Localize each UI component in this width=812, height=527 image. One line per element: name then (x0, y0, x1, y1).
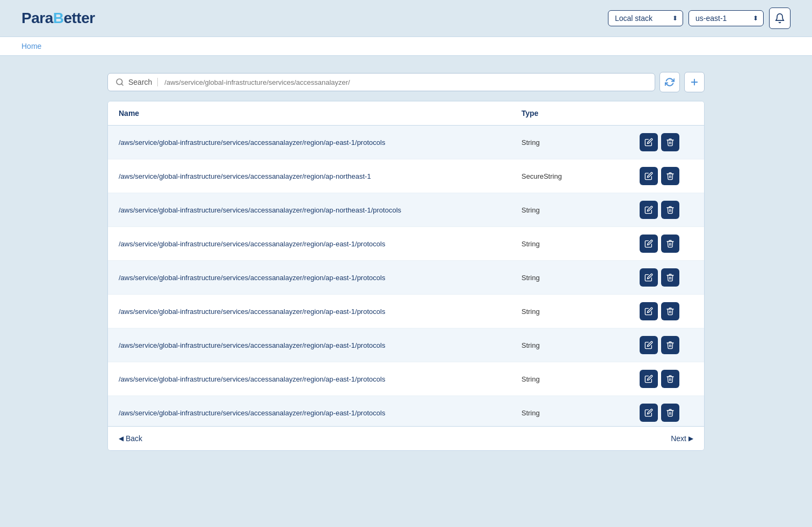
edit-button[interactable] (640, 201, 658, 219)
column-header-name: Name (119, 109, 521, 118)
logo-accent: B (53, 10, 64, 26)
trash-icon (666, 206, 675, 214)
refresh-icon (665, 77, 675, 87)
row-name: /aws/service/global-infrastructure/servi… (119, 138, 521, 147)
row-actions (640, 370, 693, 388)
edit-icon (644, 138, 653, 147)
row-name: /aws/service/global-infrastructure/servi… (119, 206, 521, 214)
column-header-actions (640, 109, 693, 118)
table-row: /aws/service/global-infrastructure/servi… (108, 227, 704, 261)
trash-icon (666, 239, 675, 248)
add-button[interactable] (684, 72, 705, 92)
data-table: Name Type /aws/service/global-infrastruc… (107, 101, 705, 451)
row-type: String (521, 274, 640, 282)
edit-icon (644, 408, 653, 417)
search-container: Search (107, 72, 705, 92)
table-body: /aws/service/global-infrastructure/servi… (108, 126, 704, 426)
trash-icon (666, 172, 675, 180)
row-type: String (521, 138, 640, 147)
table-row: /aws/service/global-infrastructure/servi… (108, 396, 704, 426)
region-select-wrapper: us-east-1 us-west-1 us-west-2 eu-west-1 … (688, 10, 764, 26)
delete-button[interactable] (661, 336, 679, 354)
row-name: /aws/service/global-infrastructure/servi… (119, 172, 521, 180)
refresh-button[interactable] (659, 72, 680, 92)
delete-button[interactable] (661, 404, 679, 422)
bell-icon (774, 13, 785, 24)
edit-button[interactable] (640, 370, 658, 388)
row-name: /aws/service/global-infrastructure/servi… (119, 240, 521, 248)
edit-icon (644, 273, 653, 282)
edit-icon (644, 206, 653, 214)
row-actions (640, 235, 693, 253)
edit-button[interactable] (640, 302, 658, 320)
row-type: String (521, 240, 640, 248)
edit-button[interactable] (640, 336, 658, 354)
row-actions (640, 336, 693, 354)
logo-text: ParaBetter (21, 10, 95, 27)
row-name: /aws/service/global-infrastructure/servi… (119, 409, 521, 417)
delete-button[interactable] (661, 167, 679, 185)
notification-button[interactable] (769, 8, 791, 29)
next-label: Next (671, 434, 686, 443)
edit-icon (644, 172, 653, 180)
table-row: /aws/service/global-infrastructure/servi… (108, 295, 704, 328)
edit-icon (644, 375, 653, 383)
search-input[interactable] (164, 78, 647, 86)
pagination: ◀ Back Next ▶ (108, 426, 704, 450)
plus-icon (690, 77, 699, 87)
row-type: String (521, 206, 640, 214)
row-actions (640, 302, 693, 320)
row-actions (640, 167, 693, 185)
edit-button[interactable] (640, 404, 658, 422)
row-actions (640, 268, 693, 287)
table-row: /aws/service/global-infrastructure/servi… (108, 193, 704, 227)
search-label: Search (128, 78, 158, 86)
delete-button[interactable] (661, 133, 679, 151)
edit-button[interactable] (640, 167, 658, 185)
row-name: /aws/service/global-infrastructure/servi… (119, 274, 521, 282)
delete-button[interactable] (661, 235, 679, 253)
edit-button[interactable] (640, 268, 658, 287)
region-select[interactable]: us-east-1 us-west-1 us-west-2 eu-west-1 … (688, 10, 764, 26)
edit-button[interactable] (640, 235, 658, 253)
table-row: /aws/service/global-infrastructure/servi… (108, 126, 704, 159)
trash-icon (666, 307, 675, 316)
trash-icon (666, 341, 675, 349)
trash-icon (666, 408, 675, 417)
back-label: Back (126, 434, 142, 443)
edit-button[interactable] (640, 133, 658, 151)
table-row: /aws/service/global-infrastructure/servi… (108, 261, 704, 295)
row-type: String (521, 341, 640, 349)
delete-button[interactable] (661, 370, 679, 388)
logo: ParaBetter (21, 10, 95, 27)
stack-select[interactable]: Local stack Remote stack Dev stack (608, 10, 683, 26)
row-type: String (521, 308, 640, 316)
column-header-type: Type (521, 109, 640, 118)
edit-icon (644, 341, 653, 349)
row-name: /aws/service/global-infrastructure/servi… (119, 341, 521, 349)
table-row: /aws/service/global-infrastructure/servi… (108, 328, 704, 362)
trash-icon (666, 375, 675, 383)
table-row: /aws/service/global-infrastructure/servi… (108, 362, 704, 396)
search-icon (115, 78, 124, 86)
row-type: SecureString (521, 172, 640, 180)
trash-icon (666, 273, 675, 282)
row-actions (640, 201, 693, 219)
table-header: Name Type (108, 101, 704, 126)
home-breadcrumb-link[interactable]: Home (21, 42, 41, 50)
back-chevron-icon: ◀ (119, 435, 124, 442)
next-chevron-icon: ▶ (688, 435, 693, 442)
row-actions (640, 133, 693, 151)
back-button[interactable]: ◀ Back (119, 434, 142, 443)
edit-icon (644, 307, 653, 316)
edit-icon (644, 239, 653, 248)
row-type: String (521, 409, 640, 417)
header-controls: Local stack Remote stack Dev stack ⬍ us-… (608, 8, 791, 29)
delete-button[interactable] (661, 268, 679, 287)
svg-line-1 (121, 84, 123, 85)
next-button[interactable]: Next ▶ (671, 434, 693, 443)
search-input-wrapper: Search (107, 73, 655, 91)
trash-icon (666, 138, 675, 147)
delete-button[interactable] (661, 302, 679, 320)
delete-button[interactable] (661, 201, 679, 219)
